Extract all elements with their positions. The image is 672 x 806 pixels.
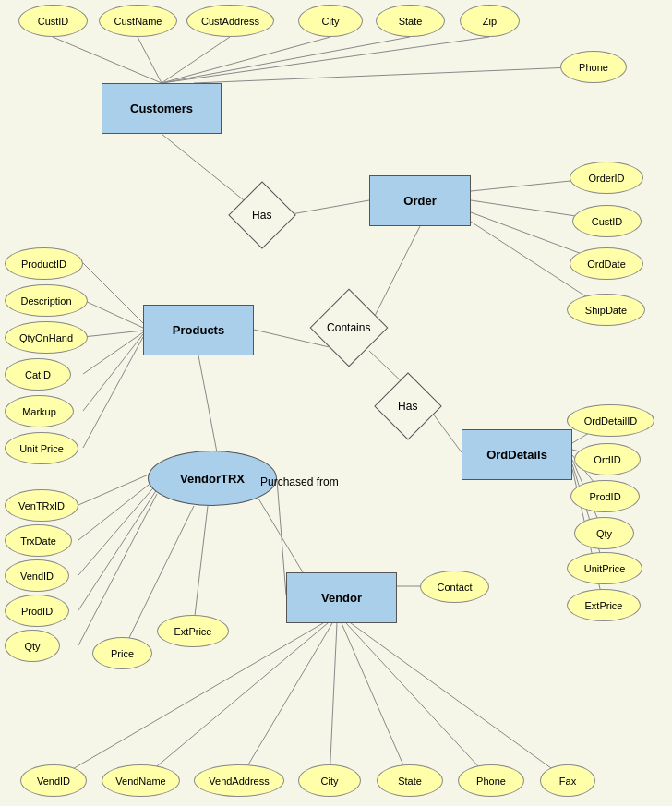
attr-description: Description [5,284,88,317]
svg-line-18 [83,300,143,328]
entity-orddetails: OrdDetails [462,429,572,480]
svg-line-2 [162,37,230,83]
svg-line-34 [78,484,157,575]
attr-custid: CustID [18,5,88,37]
attr-vendid: VendID [5,559,69,592]
attr-ordid: OrdID [574,443,641,475]
attr-phone-top: Phone [560,51,627,83]
svg-line-43 [330,623,337,780]
attr-contact: Contact [420,571,489,603]
svg-line-30 [277,480,286,595]
attr-custaddress: CustAddress [186,5,274,37]
rel-has1: Has [228,181,296,249]
attr-vendname: VendName [102,764,180,797]
entity-products: Products [143,305,254,355]
entity-vendortrx: VendorTRX [148,451,277,506]
svg-line-42 [239,623,332,780]
attr-state-top: State [376,5,445,37]
svg-line-21 [83,334,143,411]
svg-line-38 [193,506,208,632]
attr-prodid: ProdID [570,480,640,512]
attr-qty: Qty [574,517,634,549]
svg-line-19 [83,331,143,337]
attr-qtyonhand: QtyOnHand [5,321,88,354]
er-diagram: CustID CustName CustAddress City State Z… [0,0,672,806]
attr-ventrxid: VenTRxID [5,489,78,522]
attr-unitprice: Unit Price [5,432,78,464]
svg-line-5 [162,37,489,83]
attr-trxdate: TrxDate [5,524,72,557]
rel-has2: Has [374,372,442,440]
attr-orddate: OrdDate [570,247,643,280]
svg-line-13 [369,226,420,327]
svg-line-41 [140,623,328,780]
attr-orderid: OrderID [570,162,643,194]
svg-line-32 [78,471,157,505]
attr-custname: CustName [99,5,177,37]
attr-qty2: Qty [5,630,60,662]
svg-line-46 [351,623,568,780]
attr-price: Price [92,637,152,669]
svg-line-8 [286,200,369,215]
entity-order: Order [369,175,471,226]
attr-unitprice2: UnitPrice [567,552,642,584]
svg-line-3 [162,37,330,83]
rel-purchased-label: Purchased from [260,475,339,488]
attr-shipdate: ShipDate [567,294,645,326]
svg-line-33 [78,478,157,540]
attr-state-bot: State [377,764,443,797]
svg-line-4 [162,37,410,83]
attr-vendaddress: VendAddress [194,764,284,797]
svg-line-0 [53,37,162,83]
svg-line-36 [78,494,157,645]
svg-line-44 [342,623,410,780]
attr-extprice3: ExtPrice [157,615,229,647]
svg-line-1 [138,37,162,83]
attr-prodid2: ProdID [5,595,69,627]
attr-fax: Fax [540,764,595,797]
svg-line-23 [198,355,217,452]
svg-line-20 [83,332,143,374]
svg-line-35 [78,489,157,610]
entity-vendor: Vendor [286,572,397,623]
svg-line-16 [430,410,462,452]
svg-line-17 [83,263,143,323]
attr-catid: CatID [5,358,71,391]
entity-customers: Customers [102,83,222,134]
attr-zip: Zip [460,5,520,37]
attr-city-top: City [298,5,363,37]
attr-custid2: CustID [572,205,642,237]
svg-line-6 [194,66,594,83]
attr-extprice2: ExtPrice [567,589,641,621]
attr-phone-bot: Phone [458,764,524,797]
svg-line-45 [346,623,491,780]
attr-vendid2: VendID [20,764,87,797]
svg-line-22 [83,337,143,448]
attr-orddetailid: OrdDetailID [567,404,654,437]
attr-productid: ProductID [5,247,83,280]
attr-city-bot: City [298,764,361,797]
rel-contains: Contains [310,289,389,367]
attr-markup: Markup [5,395,74,427]
